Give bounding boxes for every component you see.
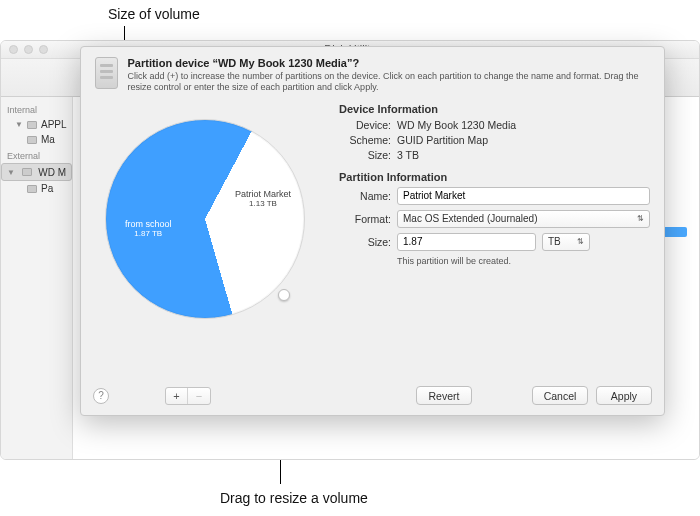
annotation-bottom: Drag to resize a volume: [220, 490, 368, 506]
size-value: 3 TB: [397, 149, 419, 161]
partition-sheet: Partition device “WD My Book 1230 Media”…: [80, 46, 665, 416]
drive-icon: [22, 168, 32, 176]
device-info-heading: Device Information: [339, 103, 650, 115]
sheet-title: Partition device “WD My Book 1230 Media”…: [128, 57, 651, 69]
scheme-label: Scheme:: [339, 134, 391, 146]
sidebar-item-external-vol[interactable]: Pa: [1, 181, 72, 196]
sidebar-item-internal-vol[interactable]: Ma: [1, 132, 72, 147]
sidebar: Internal ▼APPL Ma External ▼WD M Pa: [1, 97, 73, 459]
partition-pie[interactable]: from school 1.87 TB Patriot Market 1.13 …: [95, 101, 325, 357]
help-button[interactable]: ?: [93, 388, 109, 404]
sidebar-header-internal: Internal: [1, 101, 72, 117]
name-input[interactable]: [397, 187, 650, 205]
partition-info-heading: Partition Information: [339, 171, 650, 183]
sidebar-item-internal-disk[interactable]: ▼APPL: [1, 117, 72, 132]
resize-handle[interactable]: [278, 289, 290, 301]
drive-icon: [95, 57, 118, 89]
name-label: Name:: [339, 190, 391, 202]
size-unit-select[interactable]: TB⇅: [542, 233, 590, 251]
format-select[interactable]: Mac OS Extended (Journaled)⇅: [397, 210, 650, 228]
remove-partition-button[interactable]: −: [188, 388, 210, 404]
cancel-button[interactable]: Cancel: [532, 386, 588, 405]
info-panel: Device Information Device:WD My Book 123…: [325, 101, 650, 357]
format-label: Format:: [339, 213, 391, 225]
chevron-down-icon: ▼: [7, 168, 15, 177]
drive-icon: [27, 136, 37, 144]
slice-label-0: from school 1.87 TB: [125, 219, 172, 238]
sidebar-header-external: External: [1, 147, 72, 163]
sheet-subtitle: Click add (+) to increase the number of …: [128, 71, 651, 93]
size-label: Size:: [339, 149, 391, 161]
chevron-updown-icon: ⇅: [637, 214, 644, 223]
device-label: Device:: [339, 119, 391, 131]
slice-label-1: Patriot Market 1.13 TB: [235, 189, 291, 208]
apply-button[interactable]: Apply: [596, 386, 652, 405]
size-input[interactable]: [397, 233, 536, 251]
scheme-value: GUID Partition Map: [397, 134, 488, 146]
revert-button[interactable]: Revert: [416, 386, 472, 405]
drive-icon: [27, 121, 37, 129]
chevron-updown-icon: ⇅: [577, 237, 584, 246]
annotation-top: Size of volume: [108, 6, 200, 22]
device-value: WD My Book 1230 Media: [397, 119, 516, 131]
drive-icon: [27, 185, 37, 193]
add-remove-segment: + −: [165, 387, 211, 405]
psize-label: Size:: [339, 236, 391, 248]
partition-note: This partition will be created.: [397, 256, 650, 266]
chevron-down-icon: ▼: [15, 120, 23, 129]
sidebar-item-external-disk[interactable]: ▼WD M: [1, 163, 72, 181]
add-partition-button[interactable]: +: [166, 388, 188, 404]
